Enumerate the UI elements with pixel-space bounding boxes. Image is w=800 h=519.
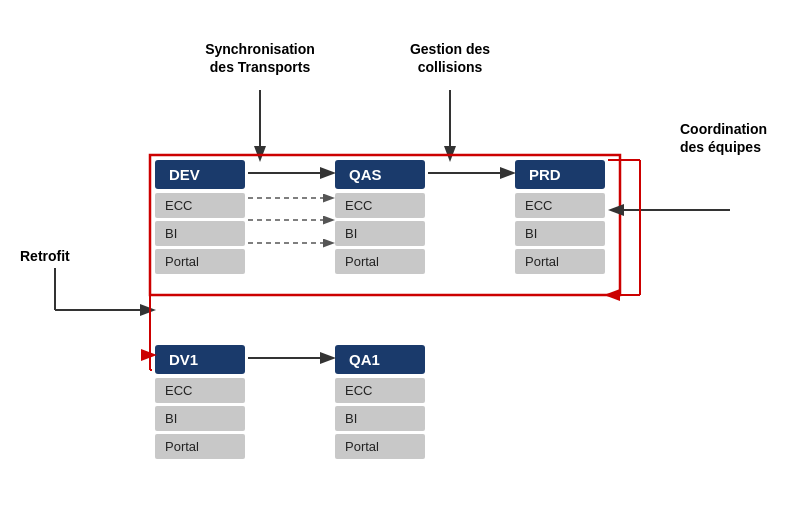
label-retrofit: Retrofit [20,248,70,264]
env-header-prd: PRD [515,160,605,189]
label-coordination: Coordination des équipes [680,120,790,156]
env-header-qa1: QA1 [335,345,425,374]
sub-box-qa1-ecc: ECC [335,378,425,403]
sub-box-dv1-portal: Portal [155,434,245,459]
env-group-qas: QAS ECC BI Portal [335,160,425,277]
diagram-container: Synchronisation des Transports Gestion d… [0,0,800,519]
sub-box-dev-bi: BI [155,221,245,246]
sub-box-dev-portal: Portal [155,249,245,274]
env-header-qas: QAS [335,160,425,189]
sub-box-qa1-portal: Portal [335,434,425,459]
env-group-qa1: QA1 ECC BI Portal [335,345,425,462]
sub-box-prd-portal: Portal [515,249,605,274]
label-gestion: Gestion des collisions [390,40,510,76]
sub-box-prd-ecc: ECC [515,193,605,218]
env-group-dev: DEV ECC BI Portal [155,160,245,277]
env-header-dev: DEV [155,160,245,189]
sub-box-dv1-bi: BI [155,406,245,431]
sub-box-dv1-ecc: ECC [155,378,245,403]
sub-box-qa1-bi: BI [335,406,425,431]
sub-box-prd-bi: BI [515,221,605,246]
sub-box-dev-ecc: ECC [155,193,245,218]
env-group-dv1: DV1 ECC BI Portal [155,345,245,462]
label-synchronisation: Synchronisation des Transports [195,40,325,76]
env-group-prd: PRD ECC BI Portal [515,160,605,277]
sub-box-qas-portal: Portal [335,249,425,274]
env-header-dv1: DV1 [155,345,245,374]
sub-box-qas-ecc: ECC [335,193,425,218]
sub-box-qas-bi: BI [335,221,425,246]
